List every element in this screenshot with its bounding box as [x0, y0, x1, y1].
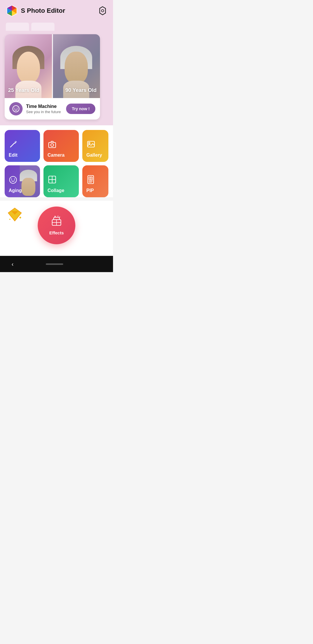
- camera-icon: [48, 140, 57, 151]
- banner-text: Time Machine See you in the future: [26, 104, 63, 114]
- effects-icon: [50, 216, 63, 229]
- bottom-nav: ‹: [0, 256, 113, 272]
- try-now-button[interactable]: Try now !: [66, 104, 95, 114]
- grid-row-2: Aging Collage: [5, 165, 108, 197]
- edit-icon: [9, 140, 18, 151]
- grid-item-pip[interactable]: PIP: [82, 165, 108, 197]
- age-label-young: 25 Years Old: [8, 87, 39, 93]
- svg-rect-12: [49, 142, 56, 148]
- banner-image: 25 Years Old 90 Years Old: [5, 34, 100, 98]
- svg-point-5: [14, 108, 15, 109]
- svg-point-36: [54, 216, 56, 217]
- back-button[interactable]: ‹: [12, 261, 14, 267]
- banner-feature-subtitle: See you in the future: [26, 110, 63, 114]
- app-logo: [6, 5, 18, 17]
- svg-point-3: [101, 10, 104, 12]
- collage-icon: [48, 175, 57, 186]
- nav-tab-2[interactable]: [31, 23, 54, 31]
- svg-line-11: [16, 141, 16, 142]
- settings-icon[interactable]: [98, 6, 107, 15]
- app-title: S Photo Editor: [21, 7, 65, 15]
- grid-row-1: Edit Camera Gallery: [5, 130, 108, 162]
- nav-tab-1[interactable]: [6, 23, 29, 31]
- svg-point-13: [51, 144, 54, 146]
- svg-point-6: [17, 108, 18, 109]
- feature-grid: Edit Camera Gallery: [0, 125, 113, 197]
- split-divider: [52, 34, 53, 98]
- time-machine-icon-circle: [9, 102, 23, 115]
- svg-line-19: [11, 178, 12, 179]
- svg-point-37: [58, 216, 59, 217]
- gallery-icon: [86, 140, 96, 151]
- svg-point-17: [11, 179, 12, 180]
- vip-badge: [7, 207, 23, 224]
- svg-point-31: [19, 217, 21, 218]
- banner-info: Time Machine See you in the future Try n…: [5, 98, 100, 120]
- svg-point-8: [15, 142, 16, 143]
- home-indicator[interactable]: [46, 263, 63, 265]
- pip-icon: [86, 175, 95, 186]
- banner-split: 25 Years Old 90 Years Old: [5, 34, 100, 98]
- svg-rect-25: [89, 177, 92, 180]
- age-label-old: 90 Years Old: [65, 87, 97, 93]
- effects-label: Effects: [49, 230, 64, 235]
- app-header: S Photo Editor: [0, 0, 113, 20]
- nav-tabs-area: [0, 20, 113, 31]
- svg-marker-2: [100, 7, 105, 15]
- svg-line-7: [10, 143, 14, 147]
- grid-item-aging[interactable]: Aging: [5, 165, 40, 197]
- pip-label: PIP: [86, 188, 94, 193]
- gallery-label: Gallery: [86, 153, 102, 158]
- collage-label: Collage: [48, 188, 64, 193]
- grid-item-edit[interactable]: Edit: [5, 130, 40, 162]
- grid-item-gallery[interactable]: Gallery: [82, 130, 108, 162]
- time-machine-icon: [12, 105, 20, 113]
- effects-button[interactable]: Effects: [38, 207, 75, 244]
- grid-item-collage[interactable]: Collage: [43, 165, 79, 197]
- svg-point-15: [89, 142, 90, 144]
- svg-point-18: [14, 179, 15, 180]
- svg-point-32: [9, 219, 10, 220]
- svg-point-38: [59, 217, 60, 218]
- aging-label: Aging: [9, 188, 22, 193]
- header-left: S Photo Editor: [6, 5, 65, 17]
- svg-line-20: [14, 178, 15, 179]
- camera-label: Camera: [48, 153, 65, 158]
- aging-icon: [9, 176, 17, 186]
- svg-point-26: [90, 178, 92, 179]
- banner-feature-title: Time Machine: [26, 104, 63, 109]
- effects-section: Effects: [0, 201, 113, 256]
- banner-area: 25 Years Old 90 Years Old Time Machine S…: [0, 31, 113, 125]
- vip-diamond-icon: [7, 207, 23, 222]
- grid-item-camera[interactable]: Camera: [43, 130, 79, 162]
- svg-point-16: [10, 176, 17, 183]
- svg-point-4: [13, 106, 19, 112]
- edit-label: Edit: [9, 153, 17, 158]
- banner-card: 25 Years Old 90 Years Old Time Machine S…: [5, 34, 100, 120]
